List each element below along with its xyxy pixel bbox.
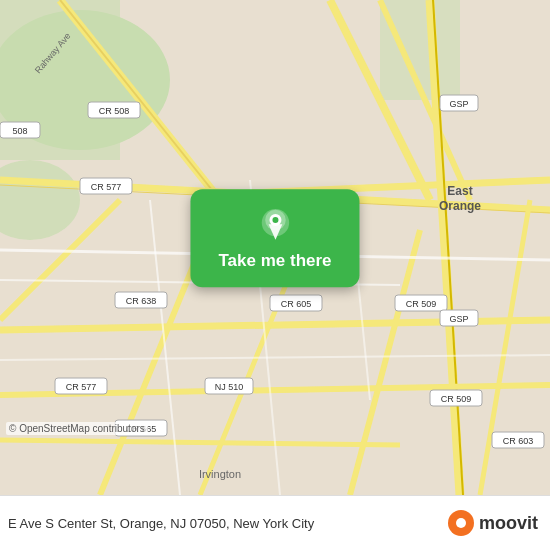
copyright-text: © OpenStreetMap contributors <box>6 422 148 435</box>
location-pin-icon <box>257 207 293 243</box>
svg-text:NJ 510: NJ 510 <box>215 382 244 392</box>
take-me-there-button[interactable]: Take me there <box>190 189 359 287</box>
svg-text:East: East <box>447 184 472 198</box>
svg-text:508: 508 <box>12 126 27 136</box>
svg-text:CR 509: CR 509 <box>406 299 437 309</box>
svg-text:CR 577: CR 577 <box>66 382 97 392</box>
svg-text:CR 603: CR 603 <box>503 436 534 446</box>
svg-text:GSP: GSP <box>449 99 468 109</box>
moovit-logo-icon <box>447 509 475 537</box>
address-text: E Ave S Center St, Orange, NJ 07050, New… <box>8 516 314 531</box>
svg-text:CR 509: CR 509 <box>441 394 472 404</box>
bottom-bar: E Ave S Center St, Orange, NJ 07050, New… <box>0 495 550 550</box>
svg-point-64 <box>456 518 466 528</box>
moovit-logo: moovit <box>447 509 538 537</box>
svg-text:CR 638: CR 638 <box>126 296 157 306</box>
moovit-brand-text: moovit <box>479 513 538 534</box>
svg-text:CR 605: CR 605 <box>281 299 312 309</box>
svg-text:Orange: Orange <box>439 199 481 213</box>
svg-point-61 <box>272 217 278 223</box>
address-section: E Ave S Center St, Orange, NJ 07050, New… <box>8 516 314 531</box>
svg-text:Irvington: Irvington <box>199 468 241 480</box>
map-container: CR 508 CR 577 CR 638 CR 605 NJ 510 CR 50… <box>0 0 550 495</box>
svg-text:CR 577: CR 577 <box>91 182 122 192</box>
svg-text:CR 508: CR 508 <box>99 106 130 116</box>
svg-text:GSP: GSP <box>449 314 468 324</box>
take-me-there-label: Take me there <box>218 251 331 271</box>
